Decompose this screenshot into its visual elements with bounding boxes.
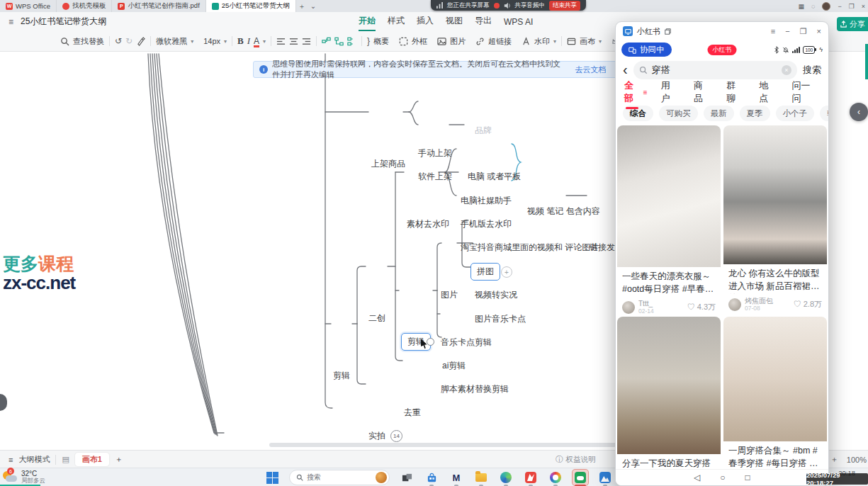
photos-app-icon[interactable]	[548, 470, 563, 485]
menu-item[interactable]: 插入	[417, 12, 434, 31]
mindmap-node[interactable]: 手动上架	[418, 147, 452, 159]
summary-button[interactable]: } 概要	[362, 36, 394, 47]
skin-icon[interactable]: ◌	[811, 3, 815, 10]
redo-button[interactable]: ↻	[125, 36, 133, 46]
canvas-tab[interactable]: 画布1	[75, 453, 109, 466]
note-image[interactable]	[617, 125, 721, 267]
filter-chip[interactable]: 小个子	[776, 106, 815, 121]
share-button[interactable]: 分享	[837, 17, 868, 31]
canvas-button[interactable]: 画布▾	[562, 36, 607, 47]
mail-app-icon[interactable]: M	[449, 470, 464, 485]
mindmap-node[interactable]: +	[501, 266, 512, 278]
note-image[interactable]	[723, 125, 827, 264]
nav-back-button[interactable]: ◁	[694, 473, 700, 482]
layout-icon[interactable]: ▦	[799, 3, 805, 10]
task-view-button[interactable]	[399, 470, 415, 485]
back-icon[interactable]: ‹	[623, 62, 628, 77]
font-color-button[interactable]: A	[254, 36, 259, 46]
mindmap-node[interactable]: 去重	[404, 407, 421, 419]
phone-window-titlebar[interactable]: 小红书 ≡ − ❐ ×	[616, 22, 828, 40]
duplicate-window-icon[interactable]	[665, 28, 671, 35]
author-avatar[interactable]	[728, 298, 741, 311]
microsoft-store-icon[interactable]	[424, 470, 439, 485]
file-explorer-icon[interactable]	[473, 470, 489, 485]
window-close[interactable]: ×	[862, 3, 865, 10]
phone-window-menu[interactable]: ≡	[771, 27, 775, 35]
note-caption[interactable]: 龙心 你有这么牛的版型进入市场 新品百褶裙真的…	[723, 264, 827, 294]
mindmap-node[interactable]: 电脑社媒助手	[461, 195, 512, 207]
filter-chip[interactable]: 夏季	[740, 106, 770, 121]
mindmap-node[interactable]: 脚本素材替换剪辑	[441, 383, 509, 395]
note-image[interactable]	[723, 317, 827, 441]
menu-item[interactable]: WPS AI	[504, 12, 533, 31]
nav-home-button[interactable]: ○	[720, 473, 725, 482]
result-tab[interactable]: 问一问	[792, 79, 820, 105]
window-minimize[interactable]: −	[838, 3, 841, 10]
search-submit-button[interactable]: 搜索	[803, 64, 821, 77]
mindmap-node[interactable]: 素材去水印	[407, 218, 449, 230]
like-count[interactable]: 4.3万	[687, 302, 716, 312]
mindmap-node[interactable]: 电脑 或者平板	[468, 171, 521, 183]
image-button[interactable]: 图片	[432, 36, 470, 47]
tab-list-caret[interactable]: ⌄	[308, 0, 319, 12]
note-image[interactable]	[617, 317, 721, 454]
phone-window-maximize[interactable]: ❐	[800, 27, 807, 36]
align-left-icon[interactable]	[276, 37, 286, 46]
note-card[interactable]: 分享一下我的夏天穿搭合	[617, 317, 721, 484]
like-count[interactable]: 2.8万	[794, 299, 822, 310]
hyperlink-button[interactable]: 超链接	[470, 36, 517, 47]
search-input[interactable]: 穿搭 ×	[633, 61, 797, 79]
nav-recents-button[interactable]: □	[745, 473, 750, 482]
right-scroll-strip[interactable]	[865, 44, 868, 79]
undo-button[interactable]: ↺	[115, 36, 122, 46]
canvas-stack-icon[interactable]: ▤	[62, 455, 69, 464]
note-card[interactable]: 一周穿搭合集～ #bm #春季穿搭 #每日穿搭 #日…	[723, 317, 827, 484]
outline-mode-icon[interactable]: ≡	[9, 456, 13, 464]
result-tab[interactable]: 群聊	[726, 79, 745, 105]
mindmap-node[interactable]: 音乐卡点剪辑	[441, 337, 492, 349]
mindmap-node[interactable]: 14	[390, 430, 402, 442]
note-card[interactable]: 龙心 你有这么牛的版型进入市场 新品百褶裙真的… 烤焦面包 07-08 2.8万	[723, 125, 827, 314]
result-tab[interactable]: 商品	[694, 79, 713, 105]
italic-button[interactable]: I	[247, 35, 250, 47]
add-canvas-button[interactable]: ＋	[115, 454, 123, 465]
note-caption[interactable]: 一周穿搭合集～ #bm #春季穿搭 #每日穿搭 #日…	[723, 441, 827, 471]
menu-item[interactable]: 开始	[359, 12, 376, 31]
menu-item[interactable]: 导出	[475, 12, 492, 31]
mindmap-node[interactable]: 拼图	[470, 263, 500, 281]
result-tab[interactable]: 用户	[661, 79, 680, 105]
align-center-icon[interactable]	[289, 37, 298, 46]
author-name[interactable]: Tttt_	[638, 300, 654, 308]
mindmap-node[interactable]: 视频转实况	[475, 289, 517, 301]
design-app-icon[interactable]	[597, 470, 613, 485]
mindmap-node[interactable]	[427, 338, 434, 346]
insert-sibling-icon[interactable]	[347, 37, 356, 46]
menu-item[interactable]: 视图	[446, 12, 463, 31]
clear-search-icon[interactable]: ×	[782, 65, 791, 75]
account-avatar[interactable]	[822, 2, 830, 11]
document-tab[interactable]: W WPS Office	[0, 0, 57, 12]
document-tab[interactable]: 25小红书笔记带货大纲	[206, 0, 296, 12]
go-cloud-docs-link[interactable]: 去云文档	[575, 64, 607, 75]
phone-window-minimize[interactable]: −	[785, 27, 789, 35]
start-button[interactable]	[264, 470, 280, 485]
note-card[interactable]: 一些春天的漂亮衣服～ #ootd每日穿搭 #早春… Tttt_ 02-14 4.…	[617, 125, 721, 314]
mindmap-node[interactable]: 图片	[441, 289, 458, 301]
weather-widget[interactable]: 6 32°C 局部多云	[1, 469, 45, 485]
new-tab-button[interactable]: ＋	[296, 0, 308, 12]
mindmap-node[interactable]: 品牌	[475, 125, 492, 137]
watermark-button[interactable]: 水印▾	[517, 36, 561, 47]
insert-subtopic-icon[interactable]	[334, 37, 344, 46]
stop-share-icon[interactable]	[494, 3, 500, 9]
mindmap-node[interactable]: 淘宝抖音商城里面的视频和 评论图片	[461, 242, 599, 254]
edge-browser-icon[interactable]	[498, 470, 514, 485]
collab-mode-button[interactable]: 协同中	[621, 43, 672, 57]
outline-mode-label[interactable]: 大纲模式	[18, 454, 50, 465]
phone-window-close[interactable]: ×	[817, 27, 821, 35]
result-tab[interactable]: 全部 ≡	[624, 79, 648, 105]
mindmap-node[interactable]: 手机版去水印	[461, 218, 512, 230]
result-tab[interactable]: 地点	[759, 79, 778, 105]
menu-item[interactable]: 样式	[388, 12, 405, 31]
end-share-button[interactable]: 结束共享	[549, 1, 580, 11]
mindmap-node[interactable]: 二创	[368, 312, 385, 324]
